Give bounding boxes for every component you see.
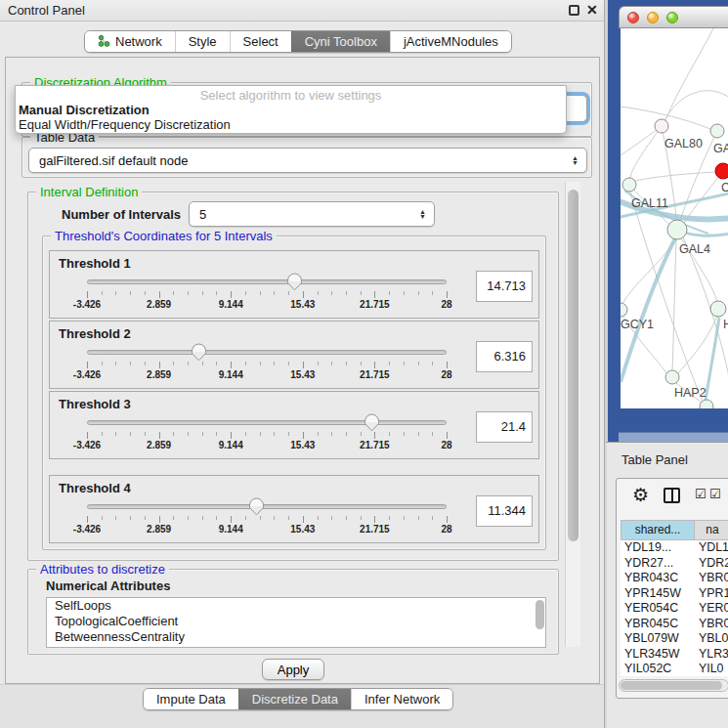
table-row[interactable]: YBL079WYBL0 [621, 631, 728, 647]
threshold-slider[interactable]: -3.4262.8599.14415.4321.71528 [87, 321, 447, 390]
tab-select[interactable]: Select [230, 31, 291, 52]
tab-label: Style [189, 34, 217, 49]
tick-mark [231, 516, 232, 523]
node-label: GAL80 [664, 137, 703, 150]
tab-discretize-data[interactable]: Discretize Data [238, 689, 351, 709]
tab-infer-network[interactable]: Infer Network [351, 689, 452, 709]
slider-thumb[interactable] [191, 343, 207, 362]
slider-thumb[interactable] [364, 413, 380, 432]
network-node[interactable] [715, 163, 728, 179]
network-node[interactable] [700, 400, 713, 408]
network-edge[interactable] [630, 126, 662, 178]
tab-style[interactable]: Style [175, 31, 230, 52]
threshold-value-field[interactable]: 11.344 [476, 495, 533, 527]
network-node[interactable] [710, 124, 724, 138]
network-graph: GAL80GACGAL11GAL4GCY1HHAP2 [621, 28, 728, 408]
list-scrollbar-thumb[interactable] [535, 600, 544, 629]
tick-label: 2.859 [147, 440, 171, 450]
apply-button[interactable]: Apply [262, 659, 324, 680]
table-row[interactable]: YIL052CYIL0 [621, 662, 728, 676]
choose-columns-icon[interactable] [664, 488, 680, 503]
table-row[interactable]: YER054CYER0 [621, 601, 728, 617]
threshold-slider[interactable]: -3.4262.8599.14415.4321.71528 [87, 251, 447, 320]
network-canvas[interactable]: GAL80GACGAL11GAL4GCY1HHAP2 [621, 28, 728, 408]
node-label: HAP2 [674, 386, 707, 400]
network-node[interactable] [710, 301, 726, 317]
node-label: GAL11 [631, 196, 668, 210]
column-header-2[interactable]: na [695, 520, 728, 540]
table-row[interactable]: YDR27...YDR2 [621, 556, 728, 572]
network-edge-highlighted[interactable] [621, 238, 675, 382]
table-hscrollbar-track[interactable] [619, 679, 728, 692]
select-all-checkbox-icon-2[interactable]: ☑ [709, 487, 721, 501]
table-data-combobox[interactable]: galFiltered.sif default node ▲▼ [28, 148, 587, 173]
tab-network[interactable]: Network [85, 31, 175, 52]
threshold-value-field[interactable]: 6.316 [476, 341, 533, 372]
network-edge[interactable] [672, 239, 676, 370]
tick-mark [87, 291, 88, 298]
network-edge[interactable] [665, 28, 713, 120]
table-hscrollbar-thumb[interactable] [621, 681, 722, 690]
network-node[interactable] [622, 178, 636, 192]
tick-mark [447, 516, 448, 523]
threshold-value-field[interactable]: 21.4 [476, 411, 533, 443]
tab-cyni-toolbox[interactable]: Cyni Toolbox [291, 31, 390, 52]
table-header-row: shared...na [621, 520, 728, 540]
column-header-1[interactable]: shared... [621, 520, 695, 540]
slider-track[interactable] [87, 504, 447, 509]
node-label: H [723, 318, 728, 331]
tick-mark [389, 362, 390, 365]
table-row[interactable]: YBR045CYBR0 [621, 617, 728, 632]
tick-mark [432, 516, 433, 520]
threshold-slider[interactable]: -3.4262.8599.14415.4321.71528 [87, 392, 447, 460]
tick-mark [288, 516, 289, 520]
network-edge[interactable] [634, 172, 716, 181]
network-node[interactable] [621, 303, 627, 317]
select-all-checkbox-icon[interactable]: ☑ [695, 487, 707, 501]
float-window-icon[interactable] [569, 5, 579, 16]
node-label: GAL4 [679, 242, 710, 256]
list-item[interactable]: BetweennessCentrality [47, 629, 545, 645]
network-edge[interactable] [662, 91, 728, 126]
network-node[interactable] [655, 119, 668, 133]
slider-thumb[interactable] [248, 497, 265, 516]
threshold-row-2: Threshold 2-3.4262.8599.14415.4321.71528… [49, 321, 539, 389]
zoom-light-icon[interactable] [666, 12, 678, 23]
tick-mark [274, 516, 275, 520]
threshold-value-field[interactable]: 14.713 [476, 271, 533, 302]
close-light-icon[interactable] [627, 12, 639, 23]
interval-definition-group: Interval Definition Number of Intervals … [27, 192, 559, 561]
algorithm-dropdown-popup: Select algorithm to view settings Manual… [15, 85, 567, 134]
dropdown-option-equal-width[interactable]: Equal Width/Frequency Discretization [16, 117, 566, 132]
list-item[interactable]: SelfLoops [47, 598, 545, 614]
attributes-listbox[interactable]: SelfLoopsTopologicalCoefficientBetweenne… [46, 597, 546, 648]
network-edge[interactable] [621, 130, 657, 155]
slider-track[interactable] [87, 279, 447, 284]
gear-icon[interactable]: ⚙ [632, 484, 649, 506]
table-row[interactable]: YDL19...YDL1 [621, 540, 728, 556]
network-edge-highlighted[interactable] [705, 318, 719, 407]
table-row[interactable]: YBR043CYBR0 [621, 571, 728, 586]
table-cell: YBR043C [621, 571, 695, 586]
num-intervals-combobox[interactable]: 5 ▲▼ [189, 201, 435, 227]
slider-thumb[interactable] [286, 273, 303, 291]
threshold-slider[interactable]: -3.4262.8599.14415.4321.71528 [87, 476, 447, 544]
main-scrollbar-thumb[interactable] [568, 190, 578, 541]
slider-track[interactable] [87, 420, 447, 425]
dropdown-option-manual[interactable]: Manual Discretization [16, 103, 566, 117]
minimize-light-icon[interactable] [647, 12, 659, 23]
table-row[interactable]: YLR345WYLR3 [621, 647, 728, 663]
slider-track[interactable] [87, 350, 447, 355]
close-icon[interactable]: ✕ [586, 2, 598, 18]
main-scrollbar-track[interactable] [565, 182, 580, 647]
tab-impute-data[interactable]: Impute Data [144, 689, 238, 709]
tick-mark [318, 291, 319, 295]
network-edge[interactable] [630, 192, 704, 404]
list-item[interactable]: TopologicalCoefficient [47, 614, 545, 629]
network-node[interactable] [665, 370, 679, 384]
tab-jactivemnodules[interactable]: jActiveMNodules [390, 31, 511, 52]
network-node[interactable] [667, 220, 687, 239]
network-window-titlebar[interactable] [619, 6, 728, 28]
table-row[interactable]: YPR145WYPR1 [621, 586, 728, 602]
tick-label: 2.859 [147, 524, 171, 535]
